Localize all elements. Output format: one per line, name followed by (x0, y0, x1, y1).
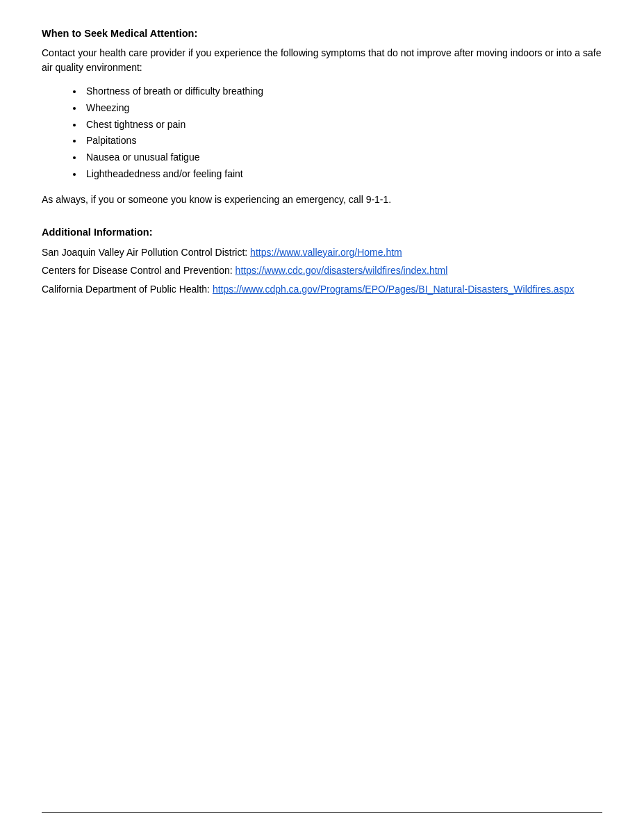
list-item: Palpitations (83, 133, 602, 149)
medical-heading: When to Seek Medical Attention: (42, 28, 602, 39)
list-item: Nausea or unusual fatigue (83, 149, 602, 166)
additional-heading: Additional Information: (42, 227, 602, 238)
list-item: Wheezing (83, 100, 602, 117)
list-item: Chest tightness or pain (83, 117, 602, 133)
resource-line-2: Centers for Disease Control and Preventi… (42, 263, 602, 278)
resource-line-1: San Joaquin Valley Air Pollution Control… (42, 245, 602, 260)
footer-divider (42, 812, 602, 813)
resource-label-2: Centers for Disease Control and Preventi… (42, 265, 233, 276)
medical-section: When to Seek Medical Attention: Contact … (42, 28, 602, 207)
page-container: When to Seek Medical Attention: Contact … (0, 0, 644, 834)
symptoms-list: Shortness of breath or difficulty breath… (83, 83, 602, 183)
emergency-text: As always, if you or someone you know is… (42, 193, 602, 207)
list-item: Lightheadedness and/or feeling faint (83, 166, 602, 183)
resource-label-1: San Joaquin Valley Air Pollution Control… (42, 247, 247, 258)
list-item: Shortness of breath or difficulty breath… (83, 83, 602, 100)
resource-link-1[interactable]: https://www.valleyair.org/Home.htm (250, 247, 402, 258)
resource-line-3: California Department of Public Health: … (42, 281, 602, 297)
additional-section: Additional Information: San Joaquin Vall… (42, 227, 602, 297)
resource-label-3: California Department of Public Health: (42, 284, 210, 295)
resource-link-2[interactable]: https://www.cdc.gov/disasters/wildfires/… (236, 265, 448, 276)
medical-intro: Contact your health care provider if you… (42, 46, 602, 75)
resource-link-3[interactable]: https://www.cdph.ca.gov/Programs/EPO/Pag… (213, 284, 575, 295)
